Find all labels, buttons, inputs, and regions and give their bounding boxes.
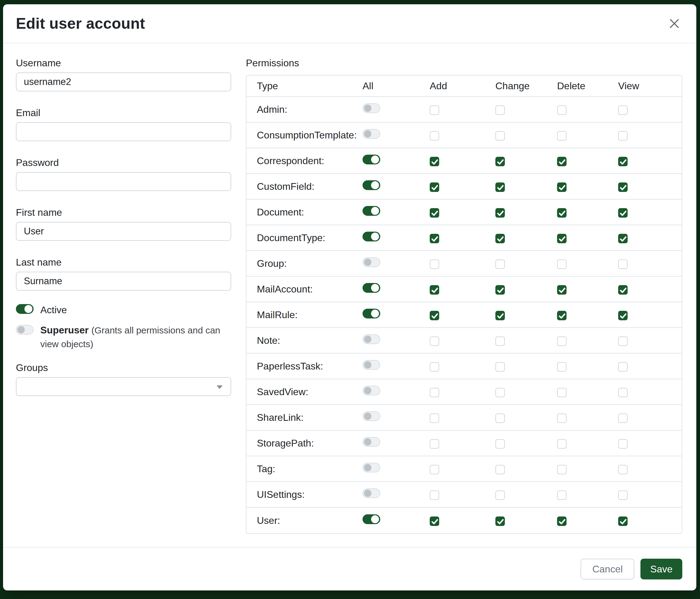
permission-delete-checkbox[interactable] — [557, 234, 567, 243]
permission-delete-checkbox[interactable] — [557, 465, 567, 474]
permission-change-checkbox[interactable] — [495, 465, 505, 474]
permission-all-cell — [362, 123, 430, 148]
permission-change-checkbox[interactable] — [495, 336, 505, 346]
permission-view-checkbox[interactable] — [618, 157, 628, 166]
permission-delete-checkbox[interactable] — [557, 439, 567, 449]
permission-change-checkbox[interactable] — [495, 413, 505, 423]
permission-change-checkbox[interactable] — [495, 517, 505, 526]
permission-delete-checkbox[interactable] — [557, 311, 567, 320]
permission-delete-checkbox[interactable] — [557, 260, 567, 269]
permission-view-checkbox[interactable] — [618, 490, 628, 500]
permission-all-toggle[interactable] — [362, 309, 380, 318]
permission-delete-checkbox[interactable] — [557, 285, 567, 295]
permission-all-toggle[interactable] — [362, 437, 380, 447]
permission-add-checkbox[interactable] — [430, 465, 439, 474]
permission-all-toggle[interactable] — [362, 103, 380, 113]
permission-change-checkbox[interactable] — [495, 362, 505, 372]
permission-view-checkbox[interactable] — [618, 285, 628, 295]
permission-all-toggle[interactable] — [362, 154, 380, 164]
permission-delete-checkbox[interactable] — [557, 517, 567, 526]
permission-add-checkbox[interactable] — [430, 131, 439, 141]
permission-change-checkbox[interactable] — [495, 105, 505, 115]
permission-type-label: StoragePath: — [247, 431, 362, 456]
permission-view-checkbox[interactable] — [618, 388, 628, 397]
permission-add-checkbox[interactable] — [430, 234, 439, 243]
permission-view-checkbox[interactable] — [618, 105, 628, 115]
permission-view-checkbox[interactable] — [618, 439, 628, 449]
permission-change-checkbox[interactable] — [495, 131, 505, 141]
username-input[interactable] — [16, 72, 231, 91]
permission-add-checkbox[interactable] — [430, 285, 439, 295]
email-input[interactable] — [16, 122, 231, 141]
first-name-input[interactable] — [16, 222, 231, 241]
permission-add-checkbox[interactable] — [430, 490, 439, 500]
permission-add-cell — [430, 379, 495, 405]
permission-delete-checkbox[interactable] — [557, 413, 567, 423]
superuser-toggle[interactable] — [16, 325, 33, 335]
permission-delete-checkbox[interactable] — [557, 157, 567, 166]
last-name-input[interactable] — [16, 272, 231, 291]
permission-change-checkbox[interactable] — [495, 439, 505, 449]
check-icon — [430, 311, 440, 320]
permission-add-checkbox[interactable] — [430, 362, 439, 372]
permission-all-toggle[interactable] — [362, 232, 380, 241]
permission-add-checkbox[interactable] — [430, 439, 439, 449]
permission-delete-checkbox[interactable] — [557, 362, 567, 372]
permission-add-checkbox[interactable] — [430, 183, 439, 192]
permission-change-checkbox[interactable] — [495, 285, 505, 295]
permission-view-checkbox[interactable] — [618, 260, 628, 269]
permission-change-checkbox[interactable] — [495, 157, 505, 166]
permission-view-checkbox[interactable] — [618, 413, 628, 423]
permission-view-checkbox[interactable] — [618, 131, 628, 141]
permission-delete-checkbox[interactable] — [557, 490, 567, 500]
permission-all-toggle[interactable] — [362, 411, 380, 421]
permission-delete-checkbox[interactable] — [557, 183, 567, 192]
permission-view-checkbox[interactable] — [618, 183, 628, 192]
permission-add-checkbox[interactable] — [430, 260, 439, 269]
permission-all-toggle[interactable] — [362, 283, 380, 293]
permission-delete-checkbox[interactable] — [557, 105, 567, 115]
permission-change-checkbox[interactable] — [495, 490, 505, 500]
permission-all-toggle[interactable] — [362, 463, 380, 473]
permission-change-checkbox[interactable] — [495, 260, 505, 269]
permission-view-checkbox[interactable] — [618, 234, 628, 243]
close-button[interactable] — [667, 16, 682, 31]
permission-add-checkbox[interactable] — [430, 517, 439, 526]
groups-select[interactable] — [16, 377, 231, 396]
permission-view-checkbox[interactable] — [618, 362, 628, 372]
save-button[interactable]: Save — [641, 559, 682, 579]
permission-change-checkbox[interactable] — [495, 234, 505, 243]
permission-all-toggle[interactable] — [362, 129, 380, 139]
permission-change-checkbox[interactable] — [495, 388, 505, 397]
permission-all-toggle[interactable] — [362, 180, 380, 190]
permission-change-checkbox[interactable] — [495, 183, 505, 192]
permission-all-toggle[interactable] — [362, 386, 380, 396]
permission-add-checkbox[interactable] — [430, 105, 439, 115]
password-input[interactable] — [16, 172, 231, 191]
permission-add-checkbox[interactable] — [430, 413, 439, 423]
permission-all-toggle[interactable] — [362, 514, 380, 524]
permission-change-checkbox[interactable] — [495, 208, 505, 218]
permission-view-checkbox[interactable] — [618, 208, 628, 218]
permission-view-checkbox[interactable] — [618, 311, 628, 320]
permission-add-checkbox[interactable] — [430, 336, 439, 346]
permission-add-checkbox[interactable] — [430, 311, 439, 320]
permission-change-checkbox[interactable] — [495, 311, 505, 320]
permission-delete-checkbox[interactable] — [557, 131, 567, 141]
active-toggle[interactable] — [16, 304, 33, 314]
permission-delete-checkbox[interactable] — [557, 388, 567, 397]
permission-add-checkbox[interactable] — [430, 157, 439, 166]
permission-all-toggle[interactable] — [362, 488, 380, 498]
cancel-button[interactable]: Cancel — [581, 559, 634, 579]
permission-all-toggle[interactable] — [362, 334, 380, 344]
permission-delete-checkbox[interactable] — [557, 336, 567, 346]
permission-all-toggle[interactable] — [362, 360, 380, 370]
permission-view-checkbox[interactable] — [618, 517, 628, 526]
permission-add-checkbox[interactable] — [430, 208, 439, 218]
permission-delete-checkbox[interactable] — [557, 208, 567, 218]
permission-all-toggle[interactable] — [362, 206, 380, 216]
permission-add-checkbox[interactable] — [430, 388, 439, 397]
permission-all-toggle[interactable] — [362, 257, 380, 267]
permission-view-checkbox[interactable] — [618, 465, 628, 474]
permission-view-checkbox[interactable] — [618, 336, 628, 346]
